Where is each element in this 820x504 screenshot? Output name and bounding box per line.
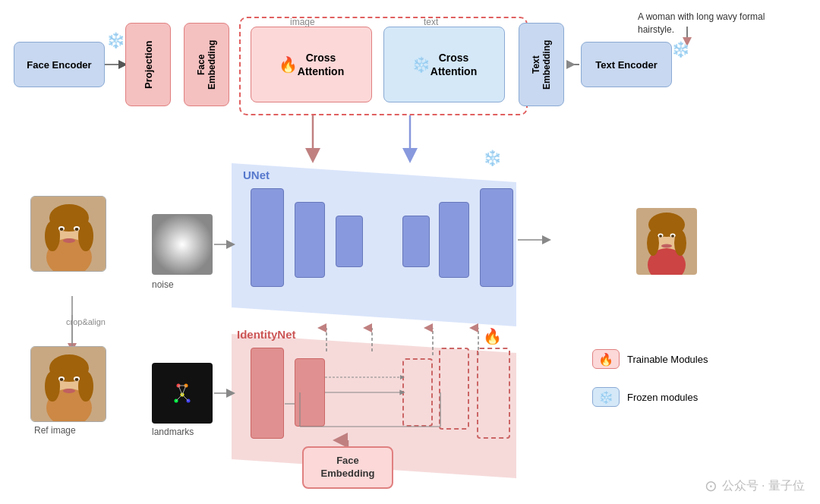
svg-point-46 <box>60 228 64 231</box>
cross-attention-text-box: ❄️ CrossAttention <box>383 27 505 102</box>
identitynet-label: IdentityNet <box>237 328 296 341</box>
legend-trainable: 🔥 Trainable Modules <box>592 349 708 369</box>
svg-point-82 <box>661 244 672 248</box>
noise-image <box>152 214 213 275</box>
face-embedding-bottom-box: FaceEmbedding <box>302 446 393 489</box>
noise-label: noise <box>152 279 174 290</box>
description-text: A woman with long wavy formal hairstyle. <box>638 11 790 36</box>
landmarks-image <box>152 363 213 424</box>
unet-bar-3 <box>336 216 363 267</box>
trainable-icon: 🔥 <box>592 349 620 369</box>
face-embedding-top-box: Face Embedding <box>184 23 229 106</box>
inet-bar-dashed-3 <box>477 348 510 439</box>
text-encoder-box: Text Encoder <box>581 42 672 87</box>
svg-text:❄️: ❄️ <box>106 31 125 49</box>
svg-point-54 <box>78 371 93 402</box>
svg-text:❄️: ❄️ <box>483 149 502 167</box>
unet-bar-4 <box>402 216 430 267</box>
unet-bar-2 <box>295 202 325 278</box>
svg-point-47 <box>75 228 79 231</box>
svg-point-57 <box>60 378 64 381</box>
face-image-ref <box>30 346 106 422</box>
inet-bar-1 <box>251 348 284 439</box>
inet-bar-dashed-1 <box>402 358 433 427</box>
unet-label: UNet <box>243 169 270 181</box>
unet-bar-5 <box>439 202 469 278</box>
svg-point-76 <box>647 230 659 256</box>
output-image <box>636 208 697 275</box>
svg-text:🔥: 🔥 <box>483 327 502 345</box>
text-label: text <box>424 17 438 27</box>
text-embedding-box: Text Embedding <box>519 23 564 106</box>
svg-point-58 <box>75 378 79 381</box>
face-encoder-box: Face Encoder <box>14 42 105 87</box>
svg-point-53 <box>45 371 60 402</box>
watermark: ⊙ 公众号 · 量子位 <box>705 477 805 495</box>
landmarks-label: landmarks <box>152 427 194 437</box>
diagram: ❄️ ❄️ 🔥 ❄️ 🔥 crop&align Face Encoder Pro… <box>0 0 820 504</box>
svg-point-59 <box>63 389 75 393</box>
image-label: image <box>290 17 315 27</box>
svg-text:❄️: ❄️ <box>671 40 690 58</box>
svg-text:crop&align: crop&align <box>66 317 106 326</box>
svg-point-43 <box>78 221 93 251</box>
frozen-icon: ❄️ <box>592 387 620 407</box>
unet-bar-1 <box>251 188 284 287</box>
unet-bar-6 <box>480 188 513 287</box>
face-image-top <box>30 196 106 272</box>
projection-box: Projection <box>125 23 171 106</box>
legend-frozen: ❄️ Frozen modules <box>592 387 698 407</box>
svg-point-80 <box>659 235 662 238</box>
inet-bar-dashed-2 <box>439 348 469 430</box>
svg-point-42 <box>45 221 60 251</box>
ref-image-label: Ref image <box>34 425 76 436</box>
svg-rect-60 <box>152 214 213 275</box>
svg-point-81 <box>671 235 674 238</box>
inet-bar-2 <box>295 358 325 427</box>
svg-point-77 <box>674 230 686 256</box>
svg-point-48 <box>63 238 75 243</box>
cross-attention-image-box: 🔥 CrossAttention <box>251 27 372 102</box>
